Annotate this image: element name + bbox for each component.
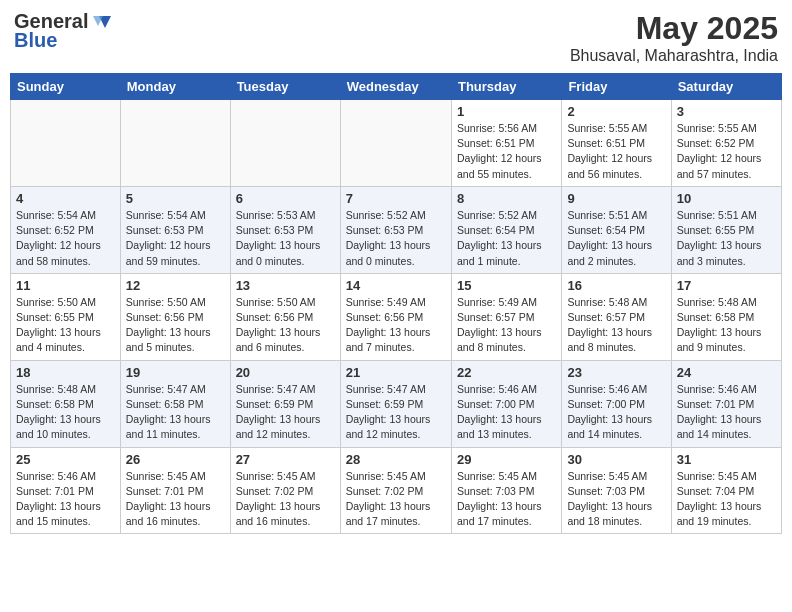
calendar-cell: 6Sunrise: 5:53 AM Sunset: 6:53 PM Daylig… — [230, 186, 340, 273]
day-info: Sunrise: 5:50 AM Sunset: 6:56 PM Dayligh… — [236, 295, 335, 356]
day-info: Sunrise: 5:49 AM Sunset: 6:56 PM Dayligh… — [346, 295, 446, 356]
day-number: 25 — [16, 452, 115, 467]
day-number: 6 — [236, 191, 335, 206]
day-info: Sunrise: 5:45 AM Sunset: 7:03 PM Dayligh… — [457, 469, 556, 530]
day-number: 31 — [677, 452, 776, 467]
day-number: 3 — [677, 104, 776, 119]
calendar-cell — [120, 100, 230, 187]
day-number: 23 — [567, 365, 665, 380]
day-number: 27 — [236, 452, 335, 467]
calendar-cell: 8Sunrise: 5:52 AM Sunset: 6:54 PM Daylig… — [451, 186, 561, 273]
day-info: Sunrise: 5:54 AM Sunset: 6:52 PM Dayligh… — [16, 208, 115, 269]
calendar-cell: 13Sunrise: 5:50 AM Sunset: 6:56 PM Dayli… — [230, 273, 340, 360]
day-number: 20 — [236, 365, 335, 380]
weekday-header-sunday: Sunday — [11, 74, 121, 100]
weekday-header-wednesday: Wednesday — [340, 74, 451, 100]
day-number: 17 — [677, 278, 776, 293]
calendar-cell: 17Sunrise: 5:48 AM Sunset: 6:58 PM Dayli… — [671, 273, 781, 360]
day-info: Sunrise: 5:46 AM Sunset: 7:00 PM Dayligh… — [567, 382, 665, 443]
weekday-header-monday: Monday — [120, 74, 230, 100]
day-number: 24 — [677, 365, 776, 380]
day-number: 26 — [126, 452, 225, 467]
calendar-cell: 20Sunrise: 5:47 AM Sunset: 6:59 PM Dayli… — [230, 360, 340, 447]
day-number: 8 — [457, 191, 556, 206]
calendar-cell: 5Sunrise: 5:54 AM Sunset: 6:53 PM Daylig… — [120, 186, 230, 273]
day-number: 2 — [567, 104, 665, 119]
day-info: Sunrise: 5:45 AM Sunset: 7:04 PM Dayligh… — [677, 469, 776, 530]
day-info: Sunrise: 5:55 AM Sunset: 6:51 PM Dayligh… — [567, 121, 665, 182]
day-info: Sunrise: 5:47 AM Sunset: 6:59 PM Dayligh… — [236, 382, 335, 443]
calendar-cell — [230, 100, 340, 187]
calendar-cell: 31Sunrise: 5:45 AM Sunset: 7:04 PM Dayli… — [671, 447, 781, 534]
day-info: Sunrise: 5:52 AM Sunset: 6:54 PM Dayligh… — [457, 208, 556, 269]
calendar-cell: 30Sunrise: 5:45 AM Sunset: 7:03 PM Dayli… — [562, 447, 671, 534]
day-info: Sunrise: 5:45 AM Sunset: 7:02 PM Dayligh… — [236, 469, 335, 530]
day-number: 13 — [236, 278, 335, 293]
calendar-cell: 28Sunrise: 5:45 AM Sunset: 7:02 PM Dayli… — [340, 447, 451, 534]
calendar-cell: 12Sunrise: 5:50 AM Sunset: 6:56 PM Dayli… — [120, 273, 230, 360]
day-info: Sunrise: 5:48 AM Sunset: 6:57 PM Dayligh… — [567, 295, 665, 356]
day-info: Sunrise: 5:51 AM Sunset: 6:55 PM Dayligh… — [677, 208, 776, 269]
week-row-1: 1Sunrise: 5:56 AM Sunset: 6:51 PM Daylig… — [11, 100, 782, 187]
day-info: Sunrise: 5:50 AM Sunset: 6:55 PM Dayligh… — [16, 295, 115, 356]
day-info: Sunrise: 5:48 AM Sunset: 6:58 PM Dayligh… — [16, 382, 115, 443]
day-number: 29 — [457, 452, 556, 467]
calendar-cell: 10Sunrise: 5:51 AM Sunset: 6:55 PM Dayli… — [671, 186, 781, 273]
week-row-3: 11Sunrise: 5:50 AM Sunset: 6:55 PM Dayli… — [11, 273, 782, 360]
weekday-header-tuesday: Tuesday — [230, 74, 340, 100]
day-info: Sunrise: 5:50 AM Sunset: 6:56 PM Dayligh… — [126, 295, 225, 356]
day-number: 11 — [16, 278, 115, 293]
day-info: Sunrise: 5:45 AM Sunset: 7:01 PM Dayligh… — [126, 469, 225, 530]
day-number: 16 — [567, 278, 665, 293]
calendar: SundayMondayTuesdayWednesdayThursdayFrid… — [10, 73, 782, 534]
weekday-header-saturday: Saturday — [671, 74, 781, 100]
day-info: Sunrise: 5:53 AM Sunset: 6:53 PM Dayligh… — [236, 208, 335, 269]
weekday-header-thursday: Thursday — [451, 74, 561, 100]
calendar-cell: 9Sunrise: 5:51 AM Sunset: 6:54 PM Daylig… — [562, 186, 671, 273]
day-info: Sunrise: 5:45 AM Sunset: 7:02 PM Dayligh… — [346, 469, 446, 530]
day-info: Sunrise: 5:47 AM Sunset: 6:58 PM Dayligh… — [126, 382, 225, 443]
week-row-2: 4Sunrise: 5:54 AM Sunset: 6:52 PM Daylig… — [11, 186, 782, 273]
title-area: May 2025 Bhusaval, Maharashtra, India — [570, 10, 778, 65]
calendar-cell: 14Sunrise: 5:49 AM Sunset: 6:56 PM Dayli… — [340, 273, 451, 360]
day-info: Sunrise: 5:54 AM Sunset: 6:53 PM Dayligh… — [126, 208, 225, 269]
day-number: 30 — [567, 452, 665, 467]
calendar-cell: 23Sunrise: 5:46 AM Sunset: 7:00 PM Dayli… — [562, 360, 671, 447]
day-info: Sunrise: 5:51 AM Sunset: 6:54 PM Dayligh… — [567, 208, 665, 269]
calendar-cell: 24Sunrise: 5:46 AM Sunset: 7:01 PM Dayli… — [671, 360, 781, 447]
calendar-cell: 15Sunrise: 5:49 AM Sunset: 6:57 PM Dayli… — [451, 273, 561, 360]
week-row-5: 25Sunrise: 5:46 AM Sunset: 7:01 PM Dayli… — [11, 447, 782, 534]
day-number: 19 — [126, 365, 225, 380]
day-info: Sunrise: 5:55 AM Sunset: 6:52 PM Dayligh… — [677, 121, 776, 182]
calendar-cell: 16Sunrise: 5:48 AM Sunset: 6:57 PM Dayli… — [562, 273, 671, 360]
calendar-cell: 25Sunrise: 5:46 AM Sunset: 7:01 PM Dayli… — [11, 447, 121, 534]
day-number: 14 — [346, 278, 446, 293]
day-info: Sunrise: 5:56 AM Sunset: 6:51 PM Dayligh… — [457, 121, 556, 182]
day-number: 5 — [126, 191, 225, 206]
calendar-cell: 18Sunrise: 5:48 AM Sunset: 6:58 PM Dayli… — [11, 360, 121, 447]
calendar-cell: 29Sunrise: 5:45 AM Sunset: 7:03 PM Dayli… — [451, 447, 561, 534]
logo-icon — [89, 14, 111, 30]
day-number: 4 — [16, 191, 115, 206]
day-info: Sunrise: 5:46 AM Sunset: 7:00 PM Dayligh… — [457, 382, 556, 443]
calendar-cell: 7Sunrise: 5:52 AM Sunset: 6:53 PM Daylig… — [340, 186, 451, 273]
day-info: Sunrise: 5:47 AM Sunset: 6:59 PM Dayligh… — [346, 382, 446, 443]
calendar-cell: 4Sunrise: 5:54 AM Sunset: 6:52 PM Daylig… — [11, 186, 121, 273]
day-number: 15 — [457, 278, 556, 293]
day-info: Sunrise: 5:45 AM Sunset: 7:03 PM Dayligh… — [567, 469, 665, 530]
calendar-cell — [340, 100, 451, 187]
day-info: Sunrise: 5:46 AM Sunset: 7:01 PM Dayligh… — [677, 382, 776, 443]
calendar-cell: 1Sunrise: 5:56 AM Sunset: 6:51 PM Daylig… — [451, 100, 561, 187]
week-row-4: 18Sunrise: 5:48 AM Sunset: 6:58 PM Dayli… — [11, 360, 782, 447]
day-number: 12 — [126, 278, 225, 293]
calendar-cell: 22Sunrise: 5:46 AM Sunset: 7:00 PM Dayli… — [451, 360, 561, 447]
month-year: May 2025 — [570, 10, 778, 47]
calendar-cell: 21Sunrise: 5:47 AM Sunset: 6:59 PM Dayli… — [340, 360, 451, 447]
calendar-cell: 27Sunrise: 5:45 AM Sunset: 7:02 PM Dayli… — [230, 447, 340, 534]
header: General Blue May 2025 Bhusaval, Maharash… — [10, 10, 782, 65]
day-info: Sunrise: 5:48 AM Sunset: 6:58 PM Dayligh… — [677, 295, 776, 356]
day-number: 9 — [567, 191, 665, 206]
calendar-cell: 3Sunrise: 5:55 AM Sunset: 6:52 PM Daylig… — [671, 100, 781, 187]
day-number: 18 — [16, 365, 115, 380]
day-info: Sunrise: 5:49 AM Sunset: 6:57 PM Dayligh… — [457, 295, 556, 356]
